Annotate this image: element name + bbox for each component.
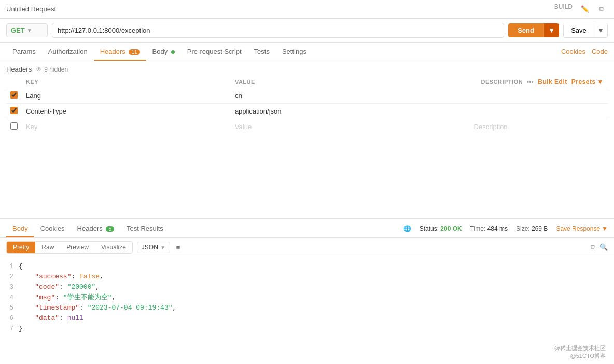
watermark: @稀土掘金技术社区 @51CTO博客 — [0, 340, 614, 364]
status-label: Status: 200 OK — [420, 225, 462, 232]
response-tab-nav: Body Cookies Headers 5 Test Results 🌐 St… — [0, 219, 614, 238]
presets-chevron-icon: ▼ — [597, 78, 604, 86]
headers-badge: 11 — [129, 49, 139, 55]
top-bar: Untitled Request BUILD ✏️ ⧉ — [0, 0, 614, 19]
build-label: BUILD — [554, 3, 573, 16]
row1-checkbox-cell[interactable] — [6, 88, 22, 104]
code-line-1: 1 { — [0, 261, 614, 272]
save-response-button[interactable]: Save Response ▼ — [556, 225, 608, 232]
response-tab-test-results[interactable]: Test Results — [120, 220, 170, 237]
globe-icon: 🌐 — [403, 225, 411, 232]
code-view: 1 { 2 "success": false, 3 "code": "20000… — [0, 257, 614, 340]
request-tab-nav: Params Authorization Headers 11 Body Pre… — [0, 43, 614, 61]
row2-key-cell[interactable]: Content-Type — [22, 104, 231, 119]
placeholder-checkbox[interactable] — [10, 122, 18, 130]
th-key: KEY — [22, 76, 231, 88]
hidden-badge: 👁 9 hidden — [36, 66, 68, 73]
eye-icon: 👁 — [36, 66, 42, 73]
url-bar: GET ▼ Send ▼ Save ▼ — [0, 19, 614, 43]
tab-headers[interactable]: Headers 11 — [94, 44, 146, 61]
row1-key-cell[interactable]: Lang — [22, 88, 231, 104]
copy-icon[interactable]: ⧉ — [591, 243, 595, 251]
table-row: Lang cn — [6, 88, 608, 104]
url-input[interactable] — [52, 23, 504, 38]
middle-empty-area — [0, 134, 614, 218]
time-label: Time: 484 ms — [470, 225, 508, 232]
send-button-group: Send ▼ — [508, 23, 559, 37]
format-bar-right: ⧉ 🔍 — [591, 243, 608, 251]
headers-subheader: Headers 👁 9 hidden — [6, 65, 608, 73]
method-value: GET — [11, 26, 25, 34]
tab-body[interactable]: Body — [146, 44, 181, 61]
code-link[interactable]: Code — [592, 48, 608, 55]
tab-settings[interactable]: Settings — [276, 44, 313, 61]
table-row-placeholder: Key Value Description — [6, 119, 608, 135]
search-icon[interactable]: 🔍 — [599, 243, 608, 251]
more-options-icon[interactable]: ••• — [527, 79, 534, 85]
headers-table: KEY VALUE DESCRIPTION ••• Bulk Edit — [6, 76, 608, 134]
placeholder-desc-cell[interactable]: Description — [470, 119, 608, 135]
response-tab-body[interactable]: Body — [6, 220, 34, 237]
response-tab-headers[interactable]: Headers 5 — [71, 220, 120, 237]
response-panel: Body Cookies Headers 5 Test Results 🌐 St… — [0, 218, 614, 340]
view-tabs: Pretty Raw Preview Visualize — [6, 241, 133, 254]
th-checkbox — [6, 76, 22, 88]
tab-pre-request[interactable]: Pre-request Script — [181, 44, 248, 61]
tab-authorization[interactable]: Authorization — [42, 44, 94, 61]
size-label: Size: 269 B — [516, 225, 548, 232]
row1-checkbox[interactable] — [10, 91, 18, 99]
view-visualize[interactable]: Visualize — [95, 242, 132, 253]
method-chevron-icon: ▼ — [27, 27, 32, 33]
row2-value-cell[interactable]: application/json — [231, 104, 470, 119]
th-description: DESCRIPTION ••• Bulk Edit Presets ▼ — [470, 76, 608, 88]
headers-label: Headers — [6, 65, 32, 73]
placeholder-value-cell[interactable]: Value — [231, 119, 470, 135]
tab-params[interactable]: Params — [6, 44, 42, 61]
save-button-group: Save ▼ — [563, 23, 608, 38]
save-button[interactable]: Save — [564, 23, 594, 37]
format-select[interactable]: JSON ▼ — [137, 242, 170, 253]
bulk-edit-button[interactable]: Bulk Edit — [538, 78, 567, 86]
top-bar-actions: BUILD ✏️ ⧉ — [554, 3, 608, 16]
view-preview[interactable]: Preview — [60, 242, 95, 253]
format-chevron-icon: ▼ — [160, 245, 165, 250]
save-response-chevron-icon: ▼ — [602, 225, 608, 232]
tab-tests[interactable]: Tests — [248, 44, 276, 61]
row2-checkbox-cell[interactable] — [6, 104, 22, 119]
code-line-6: 6 "data": null — [0, 313, 614, 324]
code-line-2: 2 "success": false, — [0, 272, 614, 282]
code-line-3: 3 "code": "20000", — [0, 282, 614, 292]
window-title: Untitled Request — [6, 5, 56, 13]
tab-right-links: Cookies Code — [561, 48, 608, 55]
row1-desc-cell[interactable] — [470, 88, 608, 104]
send-dropdown-button[interactable]: ▼ — [543, 23, 559, 37]
response-status-bar: 🌐 Status: 200 OK Time: 484 ms Size: 269 … — [403, 225, 608, 232]
th-value: VALUE — [231, 76, 470, 88]
method-select[interactable]: GET ▼ — [6, 23, 48, 37]
table-row: Content-Type application/json — [6, 104, 608, 119]
row2-desc-cell[interactable] — [470, 104, 608, 119]
view-pretty[interactable]: Pretty — [7, 242, 35, 253]
placeholder-key-cell[interactable]: Key — [22, 119, 231, 135]
body-dot-icon — [171, 50, 175, 54]
presets-button[interactable]: Presets ▼ — [571, 78, 604, 86]
code-line-4: 4 "msg": "学生不能为空", — [0, 292, 614, 303]
code-line-7: 7 } — [0, 324, 614, 334]
view-raw[interactable]: Raw — [35, 242, 60, 253]
placeholder-checkbox-cell — [6, 119, 22, 135]
row2-checkbox[interactable] — [10, 107, 18, 114]
row1-value-cell[interactable]: cn — [231, 88, 470, 104]
format-bar: Pretty Raw Preview Visualize JSON ▼ ≡ ⧉ … — [0, 238, 614, 257]
send-button[interactable]: Send — [508, 23, 543, 37]
edit-icon[interactable]: ✏️ — [579, 3, 591, 16]
code-line-5: 5 "timestamp": "2023-07-04 09:19:43", — [0, 303, 614, 313]
filter-icon[interactable]: ≡ — [176, 244, 180, 251]
response-headers-badge: 5 — [106, 226, 114, 232]
cookies-link[interactable]: Cookies — [561, 48, 585, 55]
response-tab-cookies[interactable]: Cookies — [34, 220, 71, 237]
headers-panel: Headers 👁 9 hidden KEY VALUE — [0, 61, 614, 134]
copy-window-icon[interactable]: ⧉ — [595, 3, 608, 16]
save-dropdown-button[interactable]: ▼ — [594, 23, 607, 37]
